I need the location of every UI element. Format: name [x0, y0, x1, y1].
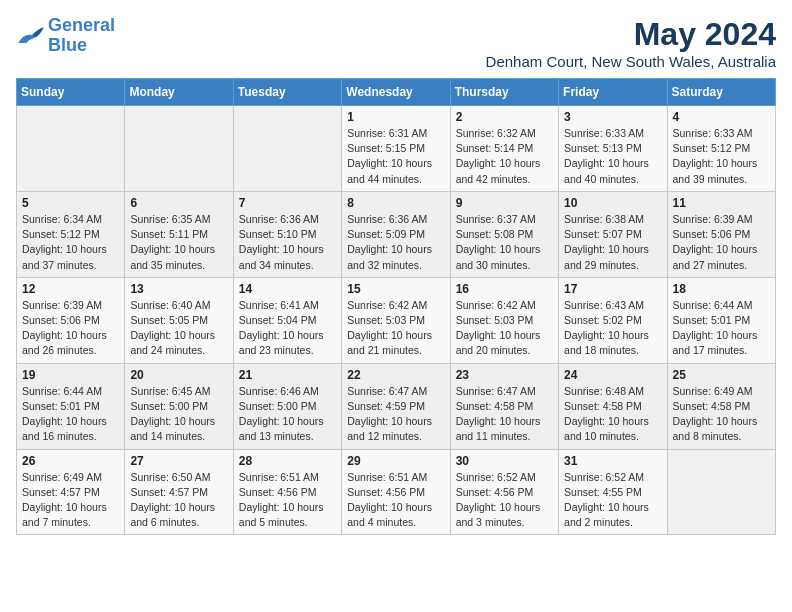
- header-monday: Monday: [125, 79, 233, 106]
- header-row: SundayMondayTuesdayWednesdayThursdayFrid…: [17, 79, 776, 106]
- day-info: Sunrise: 6:47 AM Sunset: 4:59 PM Dayligh…: [347, 384, 444, 445]
- day-info: Sunrise: 6:36 AM Sunset: 5:10 PM Dayligh…: [239, 212, 336, 273]
- calendar-body: 1Sunrise: 6:31 AM Sunset: 5:15 PM Daylig…: [17, 106, 776, 535]
- day-number: 30: [456, 454, 553, 468]
- day-info: Sunrise: 6:44 AM Sunset: 5:01 PM Dayligh…: [22, 384, 119, 445]
- calendar-week-1: 1Sunrise: 6:31 AM Sunset: 5:15 PM Daylig…: [17, 106, 776, 192]
- day-info: Sunrise: 6:44 AM Sunset: 5:01 PM Dayligh…: [673, 298, 770, 359]
- empty-cell: [667, 449, 775, 535]
- calendar-day-11: 11Sunrise: 6:39 AM Sunset: 5:06 PM Dayli…: [667, 191, 775, 277]
- header-sunday: Sunday: [17, 79, 125, 106]
- header-friday: Friday: [559, 79, 667, 106]
- day-info: Sunrise: 6:45 AM Sunset: 5:00 PM Dayligh…: [130, 384, 227, 445]
- day-info: Sunrise: 6:42 AM Sunset: 5:03 PM Dayligh…: [456, 298, 553, 359]
- day-number: 26: [22, 454, 119, 468]
- day-info: Sunrise: 6:51 AM Sunset: 4:56 PM Dayligh…: [347, 470, 444, 531]
- day-info: Sunrise: 6:39 AM Sunset: 5:06 PM Dayligh…: [673, 212, 770, 273]
- day-info: Sunrise: 6:35 AM Sunset: 5:11 PM Dayligh…: [130, 212, 227, 273]
- calendar-week-4: 19Sunrise: 6:44 AM Sunset: 5:01 PM Dayli…: [17, 363, 776, 449]
- calendar-day-21: 21Sunrise: 6:46 AM Sunset: 5:00 PM Dayli…: [233, 363, 341, 449]
- day-number: 13: [130, 282, 227, 296]
- day-number: 2: [456, 110, 553, 124]
- header-wednesday: Wednesday: [342, 79, 450, 106]
- day-number: 21: [239, 368, 336, 382]
- calendar-day-2: 2Sunrise: 6:32 AM Sunset: 5:14 PM Daylig…: [450, 106, 558, 192]
- header-thursday: Thursday: [450, 79, 558, 106]
- day-number: 24: [564, 368, 661, 382]
- calendar-day-31: 31Sunrise: 6:52 AM Sunset: 4:55 PM Dayli…: [559, 449, 667, 535]
- day-info: Sunrise: 6:31 AM Sunset: 5:15 PM Dayligh…: [347, 126, 444, 187]
- day-number: 1: [347, 110, 444, 124]
- header-saturday: Saturday: [667, 79, 775, 106]
- day-number: 5: [22, 196, 119, 210]
- day-number: 22: [347, 368, 444, 382]
- calendar-day-24: 24Sunrise: 6:48 AM Sunset: 4:58 PM Dayli…: [559, 363, 667, 449]
- day-info: Sunrise: 6:40 AM Sunset: 5:05 PM Dayligh…: [130, 298, 227, 359]
- day-number: 25: [673, 368, 770, 382]
- day-number: 3: [564, 110, 661, 124]
- day-info: Sunrise: 6:37 AM Sunset: 5:08 PM Dayligh…: [456, 212, 553, 273]
- day-number: 27: [130, 454, 227, 468]
- calendar-day-8: 8Sunrise: 6:36 AM Sunset: 5:09 PM Daylig…: [342, 191, 450, 277]
- day-info: Sunrise: 6:38 AM Sunset: 5:07 PM Dayligh…: [564, 212, 661, 273]
- day-number: 10: [564, 196, 661, 210]
- day-number: 28: [239, 454, 336, 468]
- day-number: 20: [130, 368, 227, 382]
- day-number: 29: [347, 454, 444, 468]
- logo-text: General Blue: [48, 16, 115, 56]
- day-info: Sunrise: 6:49 AM Sunset: 4:58 PM Dayligh…: [673, 384, 770, 445]
- day-info: Sunrise: 6:46 AM Sunset: 5:00 PM Dayligh…: [239, 384, 336, 445]
- calendar-header: SundayMondayTuesdayWednesdayThursdayFrid…: [17, 79, 776, 106]
- day-number: 4: [673, 110, 770, 124]
- day-info: Sunrise: 6:33 AM Sunset: 5:13 PM Dayligh…: [564, 126, 661, 187]
- day-info: Sunrise: 6:48 AM Sunset: 4:58 PM Dayligh…: [564, 384, 661, 445]
- calendar-day-15: 15Sunrise: 6:42 AM Sunset: 5:03 PM Dayli…: [342, 277, 450, 363]
- day-info: Sunrise: 6:32 AM Sunset: 5:14 PM Dayligh…: [456, 126, 553, 187]
- calendar-day-3: 3Sunrise: 6:33 AM Sunset: 5:13 PM Daylig…: [559, 106, 667, 192]
- calendar-table: SundayMondayTuesdayWednesdayThursdayFrid…: [16, 78, 776, 535]
- logo-icon: [16, 25, 44, 47]
- calendar-week-2: 5Sunrise: 6:34 AM Sunset: 5:12 PM Daylig…: [17, 191, 776, 277]
- day-number: 17: [564, 282, 661, 296]
- calendar-day-13: 13Sunrise: 6:40 AM Sunset: 5:05 PM Dayli…: [125, 277, 233, 363]
- calendar-day-30: 30Sunrise: 6:52 AM Sunset: 4:56 PM Dayli…: [450, 449, 558, 535]
- calendar-week-3: 12Sunrise: 6:39 AM Sunset: 5:06 PM Dayli…: [17, 277, 776, 363]
- day-info: Sunrise: 6:33 AM Sunset: 5:12 PM Dayligh…: [673, 126, 770, 187]
- day-info: Sunrise: 6:52 AM Sunset: 4:56 PM Dayligh…: [456, 470, 553, 531]
- calendar-day-27: 27Sunrise: 6:50 AM Sunset: 4:57 PM Dayli…: [125, 449, 233, 535]
- day-number: 23: [456, 368, 553, 382]
- header-tuesday: Tuesday: [233, 79, 341, 106]
- day-number: 15: [347, 282, 444, 296]
- calendar-day-28: 28Sunrise: 6:51 AM Sunset: 4:56 PM Dayli…: [233, 449, 341, 535]
- day-number: 11: [673, 196, 770, 210]
- empty-cell: [125, 106, 233, 192]
- day-number: 16: [456, 282, 553, 296]
- day-number: 19: [22, 368, 119, 382]
- day-number: 18: [673, 282, 770, 296]
- page-header: General Blue May 2024 Denham Court, New …: [16, 16, 776, 70]
- calendar-day-10: 10Sunrise: 6:38 AM Sunset: 5:07 PM Dayli…: [559, 191, 667, 277]
- day-number: 7: [239, 196, 336, 210]
- day-info: Sunrise: 6:41 AM Sunset: 5:04 PM Dayligh…: [239, 298, 336, 359]
- calendar-day-20: 20Sunrise: 6:45 AM Sunset: 5:00 PM Dayli…: [125, 363, 233, 449]
- calendar-day-7: 7Sunrise: 6:36 AM Sunset: 5:10 PM Daylig…: [233, 191, 341, 277]
- location-subtitle: Denham Court, New South Wales, Australia: [486, 53, 776, 70]
- day-info: Sunrise: 6:36 AM Sunset: 5:09 PM Dayligh…: [347, 212, 444, 273]
- calendar-day-16: 16Sunrise: 6:42 AM Sunset: 5:03 PM Dayli…: [450, 277, 558, 363]
- calendar-week-5: 26Sunrise: 6:49 AM Sunset: 4:57 PM Dayli…: [17, 449, 776, 535]
- calendar-day-5: 5Sunrise: 6:34 AM Sunset: 5:12 PM Daylig…: [17, 191, 125, 277]
- calendar-day-4: 4Sunrise: 6:33 AM Sunset: 5:12 PM Daylig…: [667, 106, 775, 192]
- calendar-day-22: 22Sunrise: 6:47 AM Sunset: 4:59 PM Dayli…: [342, 363, 450, 449]
- day-number: 8: [347, 196, 444, 210]
- day-info: Sunrise: 6:52 AM Sunset: 4:55 PM Dayligh…: [564, 470, 661, 531]
- month-title: May 2024: [486, 16, 776, 53]
- calendar-day-6: 6Sunrise: 6:35 AM Sunset: 5:11 PM Daylig…: [125, 191, 233, 277]
- day-number: 6: [130, 196, 227, 210]
- day-info: Sunrise: 6:39 AM Sunset: 5:06 PM Dayligh…: [22, 298, 119, 359]
- day-info: Sunrise: 6:43 AM Sunset: 5:02 PM Dayligh…: [564, 298, 661, 359]
- calendar-day-9: 9Sunrise: 6:37 AM Sunset: 5:08 PM Daylig…: [450, 191, 558, 277]
- title-block: May 2024 Denham Court, New South Wales, …: [486, 16, 776, 70]
- day-info: Sunrise: 6:34 AM Sunset: 5:12 PM Dayligh…: [22, 212, 119, 273]
- empty-cell: [233, 106, 341, 192]
- day-info: Sunrise: 6:50 AM Sunset: 4:57 PM Dayligh…: [130, 470, 227, 531]
